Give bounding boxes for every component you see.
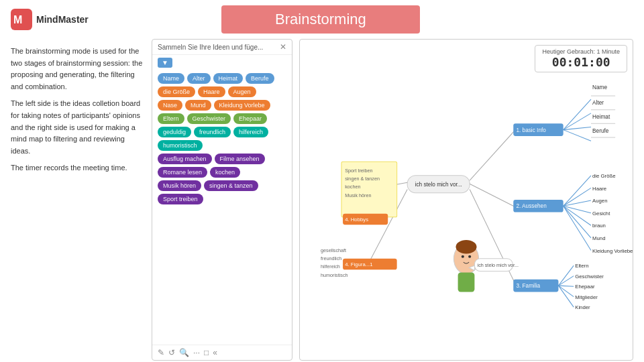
svg-line-11 xyxy=(564,99,591,129)
svg-text:4. Figura...1: 4. Figura...1 xyxy=(345,261,372,267)
expand-icon[interactable]: □ xyxy=(204,348,209,357)
svg-text:Heimat: Heimat xyxy=(592,114,610,120)
svg-text:Geschwister: Geschwister xyxy=(575,274,604,280)
svg-text:Name: Name xyxy=(592,84,607,90)
svg-text:ich stelo mich vor...: ich stelo mich vor... xyxy=(478,262,519,268)
svg-text:die Größe: die Größe xyxy=(592,173,615,179)
idea-tag[interactable]: Berufe xyxy=(246,73,274,84)
collapse-icon[interactable]: « xyxy=(213,348,217,357)
center-panel: Sammeln Sie Ihre Ideen und füge... ✕ ▼ N… xyxy=(152,39,292,361)
svg-text:Alter: Alter xyxy=(592,100,604,106)
ideas-row-0: Name Alter Heimat Berufe xyxy=(158,73,286,84)
svg-line-29 xyxy=(564,206,591,225)
idea-tag[interactable]: Ehepaar xyxy=(233,113,267,124)
dropdown-label: ▼ xyxy=(162,59,168,66)
panel-title: Sammeln Sie Ihre Ideen und füge... xyxy=(158,44,280,51)
svg-line-41 xyxy=(558,265,574,286)
center-panel-header: Sammeln Sie Ihre Ideen und füge... ✕ xyxy=(152,40,292,55)
ideas-row-5: humoristisch xyxy=(158,140,286,151)
idea-tag[interactable]: freundlich xyxy=(194,127,231,137)
idea-tag[interactable]: Filme ansehen xyxy=(215,154,265,164)
ideas-row-7: Romane lesen kochen xyxy=(158,167,286,178)
svg-line-14 xyxy=(564,130,591,141)
svg-text:Sport treiben: Sport treiben xyxy=(345,168,372,174)
idea-tag[interactable]: singen & tanzen xyxy=(204,180,258,191)
svg-text:braun: braun xyxy=(592,223,606,229)
svg-text:Gesicht: Gesicht xyxy=(592,210,610,217)
svg-text:3. Familia: 3. Familia xyxy=(516,283,540,289)
ideas-row-8: Musik hören singen & tanzen xyxy=(158,180,286,191)
svg-text:Ehepaar: Ehepaar xyxy=(575,284,595,290)
ideas-grid: Name Alter Heimat Berufe die Größe Haare… xyxy=(152,70,292,345)
svg-line-45 xyxy=(558,286,574,307)
undo-icon[interactable]: ↺ xyxy=(168,348,175,357)
idea-tag[interactable]: Mund xyxy=(185,100,211,111)
logo-area: M MindMaster xyxy=(11,9,89,30)
svg-text:Kinder: Kinder xyxy=(575,304,590,310)
ideas-row-6: Ausflug machen Filme ansehen xyxy=(158,154,286,164)
logo-icon: M xyxy=(11,9,32,30)
svg-point-65 xyxy=(456,240,477,254)
main-content: The brainstorming mode is used for the t… xyxy=(0,39,644,361)
ideas-row-2: Nase Mund Kleidung Vorlebe xyxy=(158,100,286,111)
svg-point-68 xyxy=(468,255,471,258)
page-title: Brainstorming xyxy=(221,5,420,34)
idea-tag[interactable]: Sport treiben xyxy=(158,194,203,204)
svg-text:Eltern: Eltern xyxy=(575,263,588,269)
svg-text:Mitglieder: Mitglieder xyxy=(575,294,598,300)
svg-text:gesellschaft: gesellschaft xyxy=(321,247,346,253)
idea-tag[interactable]: Alter xyxy=(187,73,211,84)
idea-tag[interactable]: Heimat xyxy=(213,73,244,84)
dropdown-button[interactable]: ▼ xyxy=(158,58,172,68)
svg-line-43 xyxy=(558,286,574,286)
title-bar: Brainstorming xyxy=(89,5,553,34)
idea-tag[interactable]: Name xyxy=(158,73,184,84)
svg-text:2. Aussehen: 2. Aussehen xyxy=(516,203,547,209)
idea-tag[interactable]: geduldig xyxy=(158,127,191,137)
left-text-3: The timer records the meeting time. xyxy=(11,162,145,174)
left-text-1: The brainstorming mode is used for the t… xyxy=(11,46,145,93)
ideas-row-4: geduldig freundlich hilfereich xyxy=(158,127,286,137)
svg-line-30 xyxy=(564,206,591,238)
svg-point-67 xyxy=(462,255,464,258)
idea-tag[interactable]: Eltern xyxy=(158,113,184,124)
more-icon[interactable]: ··· xyxy=(193,348,200,357)
idea-tag[interactable]: Geschwister xyxy=(187,113,231,124)
svg-rect-66 xyxy=(458,273,475,292)
left-panel: The brainstorming mode is used for the t… xyxy=(11,39,145,361)
svg-line-42 xyxy=(558,276,574,286)
idea-tag[interactable]: hilfereich xyxy=(233,127,268,137)
svg-text:hilfereich: hilfereich xyxy=(321,263,340,269)
idea-tag[interactable]: Ausflug machen xyxy=(158,154,212,164)
ideas-row-1: die Größe Haare Augen xyxy=(158,86,286,97)
svg-text:singen & tanzen: singen & tanzen xyxy=(345,176,380,182)
svg-text:M: M xyxy=(13,14,22,25)
close-button[interactable]: ✕ xyxy=(280,42,286,52)
svg-text:freundlich: freundlich xyxy=(321,255,341,261)
svg-line-44 xyxy=(558,286,574,297)
svg-text:Mund: Mund xyxy=(592,235,605,241)
idea-tag[interactable]: Haare xyxy=(198,86,225,97)
idea-tag[interactable]: Nase xyxy=(158,100,182,111)
right-panel: Heutiger Gebrauch: 1 Minute 00:01:00 ich… xyxy=(299,39,633,361)
idea-tag[interactable]: Augen xyxy=(228,86,256,97)
search-icon[interactable]: 🔍 xyxy=(179,348,189,357)
svg-line-31 xyxy=(564,206,591,250)
ideas-row-3: Eltern Geschwister Ehepaar xyxy=(158,113,286,124)
idea-tag[interactable]: Kleidung Vorlebe xyxy=(214,100,270,111)
idea-tag[interactable]: die Größe xyxy=(158,86,195,97)
idea-tag[interactable]: Musik hören xyxy=(158,180,201,191)
center-panel-footer: ✎ ↺ 🔍 ··· □ « xyxy=(152,345,292,360)
header: M MindMaster Brainstorming xyxy=(0,0,644,39)
idea-tag[interactable]: kochen xyxy=(210,167,240,178)
idea-tag[interactable]: Romane lesen xyxy=(158,167,207,178)
svg-line-4 xyxy=(470,131,515,180)
logo-text: MindMaster xyxy=(36,14,89,25)
idea-tag[interactable]: humoristisch xyxy=(158,140,203,151)
svg-text:Kleidung Vorliebe: Kleidung Vorliebe xyxy=(592,248,633,254)
svg-text:4. Hobbys: 4. Hobbys xyxy=(345,217,368,223)
svg-text:ich stelo mich vor...: ich stelo mich vor... xyxy=(415,182,462,188)
edit-icon[interactable]: ✎ xyxy=(158,348,164,357)
svg-line-28 xyxy=(564,206,591,213)
ideas-row-9: Sport treiben xyxy=(158,194,286,204)
